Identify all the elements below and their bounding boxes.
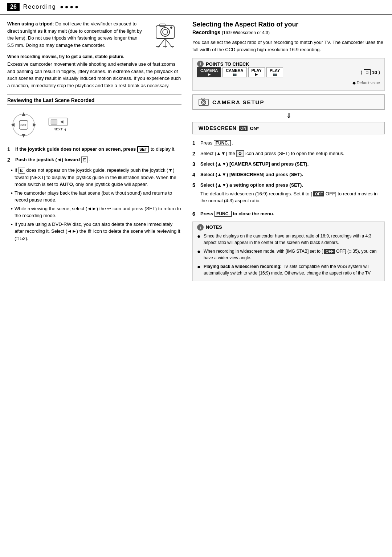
svg-point-24 [201,100,206,105]
movie-warning-label: When recording movies, try to get a calm… [7,54,181,59]
right-title: Selecting the Aspect Ratio of your [192,20,385,29]
right-step-1: 1 Press FUNC. . [192,139,385,147]
movie-warning-text: Excessive camcorder movement while shoot… [7,61,181,89]
left-bullet-4: If you are using a DVD-RW disc, you can … [11,221,181,242]
right-step-5: 5 Select (▲▼) a setting option and press… [192,182,385,207]
camera-photo-btn: CAMERA 📷 [222,67,246,77]
joystick-icon: SET [7,109,40,141]
setup-menu-icon: ⚙ [236,150,244,157]
widescreen-label: WIDESCREEN [199,125,237,131]
notes-box: i NOTES ● Since the displays on the camc… [192,221,385,281]
next-button-icon: NEXT [47,116,69,134]
mode-buttons-row: CAMERA ▶ CAMERA 📷 PLAY ▶ PLAY 📷 [197,67,380,77]
right-step-4: 4 Select (▲▼) [WIDESCREEN] and press (SE… [192,171,385,179]
widescreen-box: WIDESCREEN ON ON* [192,122,385,134]
tripod-warning-label: When using a tripod [7,21,53,27]
default-value-note: ◆ Default value [197,80,380,85]
on-badge: ON [239,126,248,131]
page-ref-box: □ [364,69,371,75]
section-divider [7,94,181,94]
page-header: 26 Recording ●●●● [0,0,392,15]
menu-icon: ⊡ [19,167,25,174]
left-bullet-3: While reviewing the scene, select (◄►) t… [11,205,181,219]
play-photo-btn: PLAY 📷 [266,67,283,77]
description-text: You can select the aspect ratio of your … [192,39,385,53]
points-to-check-box: i POINTS TO CHECK CAMERA ▶ CAMERA 📷 PLAY [192,58,385,91]
page-ref: ( □ 10 ) [361,69,380,75]
left-bullet-1: If ⊡ does not appear on the joystick gui… [11,167,181,188]
tripod-image [149,20,181,49]
camera-setup-box: CAMERA SETUP [192,94,385,110]
points-icon: i [197,61,204,67]
tripod-text: When using a tripod: Do not leave the vi… [7,20,145,49]
right-step-3: 3 Select (▲▼) [CAMERA SETUP] and press (… [192,160,385,168]
tripod-section: When using a tripod: Do not leave the vi… [7,20,181,49]
reviewing-section-title: Reviewing the Last Scene Recorded [7,97,181,105]
right-step-6: 6 Press FUNC. to close the menu. [192,210,385,218]
left-column: When using a tripod: Do not leave the vi… [7,20,189,281]
play-movie-btn: PLAY ▶ [248,67,265,77]
note-1: ● Since the displays on the camcorder ha… [197,233,380,246]
svg-point-25 [203,101,205,103]
step5-note: The default is widescreen (16:9) recordi… [200,190,385,204]
joystick-images: SET NEXT [7,109,181,141]
notes-icon: i [197,224,204,231]
header-title: Recording ●●●● [23,4,80,10]
header-dots: ●●●● [60,4,80,10]
right-column: Selecting the Aspect Ratio of your Recor… [189,20,385,281]
svg-point-2 [163,29,168,34]
left-step-2: 2 Push the joystick (◄) toward ⊡ . [7,156,181,164]
right-step-2: 2 Select (▲▼) the ⚙ icon and press (SET)… [192,150,385,158]
right-steps-list: 1 Press FUNC. . 2 Select (▲▼) the ⚙ icon… [192,139,385,218]
page-container: 26 Recording ●●●● When using a tripod: D… [0,0,392,557]
return-icon: ⊡ [81,156,88,163]
note-2: ● When recording in widescreen mode, wit… [197,248,380,261]
func-key-1: FUNC. [214,140,231,146]
svg-text:SET: SET [20,123,27,127]
left-step-1: 1 If the joystick guide does not appear … [7,146,181,153]
svg-marker-22 [64,128,66,131]
left-bullet-2: The camcorder plays back the last scene … [11,190,181,204]
svg-text:NEXT: NEXT [53,127,62,131]
on-asterisk: ON* [250,126,259,131]
func-key-2: FUNC. [215,211,232,217]
notes-title: i NOTES [197,224,380,231]
note-3: ● Playing back a widescreen recording: T… [197,263,380,276]
camera-movie-btn: CAMERA ▶ [197,67,221,77]
page-number: 26 [7,3,20,11]
right-subtitle: Recordings (16:9 Widescreen or 4:3) [192,29,385,35]
svg-marker-20 [60,121,64,124]
left-bullet-list: If ⊡ does not appear on the joystick gui… [7,167,181,242]
svg-point-1 [161,28,170,36]
points-title: i POINTS TO CHECK [197,61,380,67]
arrow-down: ⇓ [192,112,385,120]
camera-setup-label: CAMERA SETUP [212,99,264,105]
off-badge-2: OFF [324,249,335,254]
left-steps-list: 1 If the joystick guide does not appear … [7,146,181,164]
svg-rect-19 [51,119,57,125]
off-badge-1: OFF [313,191,324,196]
subtitle-detail: (16:9 Widescreen or 4:3) [222,30,270,35]
svg-point-4 [170,27,172,29]
camera-setup-icon [199,98,209,106]
main-content: When using a tripod: Do not leave the vi… [0,15,392,287]
